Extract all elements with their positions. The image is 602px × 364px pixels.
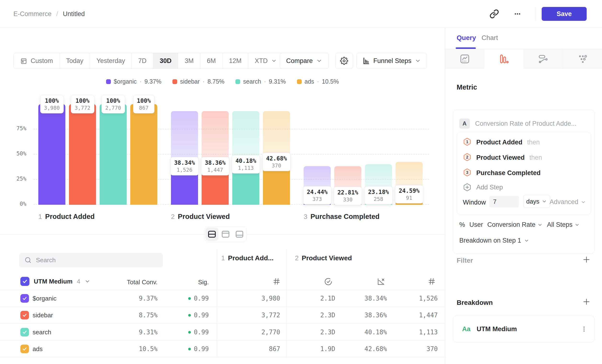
- step-name: Product Added: [45, 213, 95, 221]
- compare-label: Compare: [286, 57, 313, 65]
- date-range-30d[interactable]: 30D: [153, 53, 178, 68]
- cell-step1-count: 3,772: [227, 307, 280, 323]
- funnel-bar[interactable]: [100, 104, 127, 205]
- legend-separator: ·: [203, 78, 204, 85]
- metric-step-3[interactable]: 3Purchase Completed: [463, 168, 541, 178]
- metric-step-1[interactable]: 1Product Addedthen: [463, 138, 540, 147]
- row-checkbox[interactable]: [20, 294, 29, 303]
- check-icon: [22, 278, 28, 284]
- table-row[interactable]: search9.31%2,7702.3D40.18%1,1130.99: [0, 323, 445, 340]
- measure-type-label: Conversion Rate: [487, 221, 536, 228]
- layout-toggle: [204, 226, 247, 242]
- bar-count-label: 373: [307, 196, 328, 202]
- count-column-icon[interactable]: [428, 277, 436, 285]
- row-checkbox[interactable]: [20, 311, 29, 320]
- layout-toggle-split-view[interactable]: [205, 227, 218, 241]
- add-breakdown-button[interactable]: [582, 297, 591, 306]
- metric-step-2[interactable]: 2Product Viewedthen: [463, 153, 542, 162]
- date-range-7d[interactable]: 7D: [132, 53, 153, 68]
- breadcrumb-current[interactable]: Untitled: [63, 10, 85, 18]
- legend-item[interactable]: ads·10.5%: [297, 78, 339, 85]
- y-axis-tick: 75%: [10, 125, 26, 131]
- legend-label: sidebar: [180, 78, 200, 85]
- legend-label: search: [243, 78, 261, 85]
- funnel-bar[interactable]: [130, 104, 157, 205]
- layout-toggle-chart-only[interactable]: [219, 227, 232, 241]
- funnel-steps-icon: [362, 57, 370, 65]
- breadcrumb-parent[interactable]: E-Commerce: [13, 10, 52, 18]
- conversion-rate-column-icon[interactable]: [377, 277, 385, 286]
- breakdown-column-header[interactable]: UTM Medium 4: [20, 277, 90, 286]
- kebab-menu-icon[interactable]: [580, 325, 588, 333]
- add-filter-button[interactable]: [582, 255, 591, 264]
- legend-item[interactable]: $organic·9.37%: [106, 78, 161, 85]
- table-row[interactable]: ads10.5%8671.9D42.68%3700.99: [0, 340, 445, 357]
- date-range-xtd[interactable]: XTD: [248, 53, 283, 68]
- significance-dot: [188, 297, 191, 300]
- chart-type-line-chart[interactable]: [445, 49, 484, 69]
- chart-type-flow[interactable]: [524, 49, 563, 69]
- date-range-yesterday[interactable]: Yesterday: [90, 53, 132, 68]
- cell-conv: 40.18%: [340, 324, 387, 341]
- breakdown-on-step-dropdown[interactable]: Breakdown on Step 1: [459, 237, 529, 244]
- svg-text:3: 3: [466, 170, 468, 175]
- add-step-button[interactable]: Add Step: [463, 183, 503, 192]
- date-range-custom[interactable]: Custom: [14, 53, 60, 68]
- tab-chart[interactable]: Chart: [482, 34, 498, 42]
- chart-type-scatter-dots[interactable]: [563, 49, 602, 69]
- advanced-dropdown[interactable]: Advanced: [551, 198, 586, 206]
- window-value-input[interactable]: [489, 196, 519, 207]
- measure-type-dropdown[interactable]: Conversion Rate: [487, 221, 543, 228]
- cell-significance: 0.99: [163, 290, 209, 307]
- chart-type-funnel-bars[interactable]: [484, 49, 524, 69]
- legend-item[interactable]: sidebar·8.75%: [172, 78, 224, 85]
- measure-scope-dropdown[interactable]: All Steps: [547, 221, 580, 228]
- date-range-6m[interactable]: 6M: [200, 53, 223, 68]
- copy-link-icon[interactable]: [489, 9, 499, 19]
- date-range-today[interactable]: Today: [60, 53, 90, 68]
- sig-column-header[interactable]: Sig.: [163, 278, 209, 286]
- tab-query[interactable]: Query: [457, 34, 476, 42]
- table-row[interactable]: $organic9.37%3,9802.1D38.34%1,5260.99: [0, 290, 445, 307]
- count-column-icon[interactable]: [272, 277, 281, 285]
- date-range-label: XTD: [255, 57, 268, 65]
- save-button[interactable]: Save: [542, 7, 587, 21]
- bar-count-label: 330: [337, 196, 358, 203]
- legend-value: 10.5%: [322, 78, 339, 85]
- time-to-convert-column-icon[interactable]: [324, 277, 333, 286]
- compare-button[interactable]: Compare: [280, 53, 329, 69]
- window-unit-dropdown[interactable]: days: [523, 195, 550, 208]
- cell-time: 2.3D: [290, 307, 335, 323]
- funnel-bar[interactable]: [38, 104, 65, 205]
- chevron-down-icon: [271, 58, 277, 64]
- cell-significance: 0.99: [163, 307, 209, 323]
- measure-entity[interactable]: User: [469, 221, 483, 228]
- search-input[interactable]: [36, 257, 158, 264]
- funnel-step-label: 1Product Added: [38, 213, 95, 221]
- table-row[interactable]: sidebar8.75%3,7722.3D38.36%1,4470.99: [0, 307, 445, 323]
- step-name: Product Viewed: [302, 254, 352, 262]
- chart-view-dropdown[interactable]: Funnel Steps: [356, 53, 427, 69]
- row-checkbox[interactable]: [20, 345, 29, 353]
- select-all-checkbox[interactable]: [20, 277, 30, 286]
- check-icon: [22, 312, 27, 318]
- date-range-12m[interactable]: 12M: [223, 53, 248, 68]
- metric-step-name: Product Added: [476, 139, 523, 146]
- breakdown-item-card[interactable]: Aa UTM Medium: [453, 316, 595, 343]
- row-checkbox[interactable]: [20, 328, 29, 336]
- legend-item[interactable]: search·9.31%: [235, 78, 286, 85]
- window-unit-label: days: [526, 198, 539, 205]
- total-conv-column-header[interactable]: Total Conv.: [103, 278, 158, 286]
- more-options-icon[interactable]: [514, 10, 521, 18]
- add-step-label: Add Step: [476, 184, 503, 191]
- metric-card: A Conversion Rate of Product Adde... 1Pr…: [453, 110, 595, 254]
- scatter-dots-icon: [577, 54, 588, 64]
- cell-total-conv: 9.37%: [103, 290, 158, 307]
- calendar-icon: [20, 57, 27, 64]
- layout-toggle-table-only[interactable]: [233, 227, 246, 241]
- funnel-bar[interactable]: [69, 104, 96, 205]
- date-range-3m[interactable]: 3M: [178, 53, 200, 68]
- chart-settings-button[interactable]: [335, 53, 353, 69]
- metric-title[interactable]: Conversion Rate of Product Adde...: [475, 120, 576, 128]
- bar-label-card: 24.59%91: [395, 185, 423, 203]
